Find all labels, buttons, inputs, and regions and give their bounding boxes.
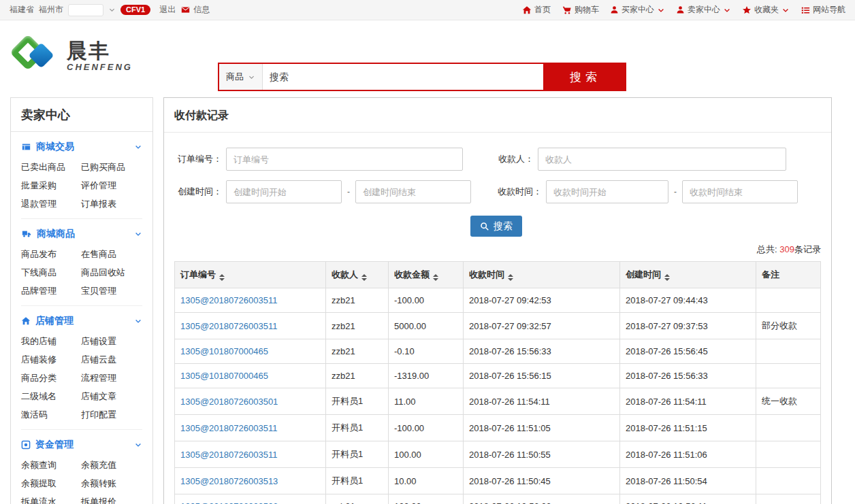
envelope-icon[interactable] [180,5,191,14]
sidebar-item[interactable]: 店铺设置 [81,335,142,348]
sidebar-item[interactable]: 我的店铺 [21,335,81,348]
sidebar-item[interactable]: 流程管理 [81,372,142,384]
order-link[interactable]: 1305@20180726003513 [180,476,278,486]
column-header-create-time[interactable]: 创建时间 [620,262,756,288]
sidebar-item[interactable]: 已购买商品 [81,161,142,173]
cell-remark [756,441,821,468]
topbar-link-buyer-center[interactable]: 买家中心 [610,4,665,16]
sidebar-section-mall-trade[interactable]: 商城交易 [21,141,142,153]
sidebar-item[interactable]: 拆单流水 [21,496,81,504]
sidebar-section-fund-manage[interactable]: 资金管理 [21,439,142,451]
sidebar-section-mall-goods[interactable]: 商城商品 [21,228,142,240]
sidebar-item[interactable]: 店铺文章 [81,390,142,403]
sidebar-item[interactable]: 激活码 [21,409,81,421]
sidebar-item[interactable]: 品牌管理 [21,285,81,297]
logo-text: 晨丰 CHENFENG [67,39,133,72]
order-link[interactable]: 1305@20180726003501 [180,397,278,407]
logo-mark-icon [10,30,61,82]
sidebar-item[interactable]: 商品分类 [21,372,81,384]
sidebar-item[interactable]: 退款管理 [21,198,81,210]
chevron-down-icon [134,230,142,238]
cell-payee: zzb21 [326,339,389,364]
receive-time-start-input[interactable] [546,180,668,203]
sidebar-item[interactable]: 批量采购 [21,180,81,192]
chevron-down-icon [781,6,790,14]
sidebar-item[interactable]: 订单报表 [81,198,142,210]
order-link[interactable]: 1305@20180726003511 [180,423,277,433]
sidebar-item[interactable]: 二级域名 [21,390,81,403]
cell-order-no: 1305@20180726003511 [175,313,326,339]
create-time-start-input[interactable] [226,180,342,203]
cell-amount: 10.00 [389,468,464,494]
sort-icon[interactable] [508,274,513,281]
create-time-label: 创建时间： [174,186,222,198]
sidebar-item[interactable]: 打印配置 [81,409,142,421]
message-link[interactable]: 信息 [193,4,210,16]
sidebar-item[interactable]: 评价管理 [81,180,142,192]
sidebar-section-shop-manage[interactable]: 店铺管理 [21,315,142,327]
cell-amount: 100.00 [389,441,464,468]
sidebar-item[interactable]: 宝贝管理 [81,285,142,297]
topbar-nav: 首页购物车买家中心卖家中心收藏夹网站导航 [522,4,845,16]
order-link[interactable]: 1305@20180726003511 [180,321,277,331]
cell-order-no: 1305@20180726003513 [175,468,326,494]
topbar-link-favorites[interactable]: 收藏夹 [742,4,790,16]
column-header-payee[interactable]: 收款人 [326,262,389,288]
sort-icon[interactable] [664,274,670,281]
create-time-end-input[interactable] [355,180,471,203]
user-badge[interactable]: CFV1 [120,5,150,15]
sidebar-item[interactable]: 在售商品 [81,248,142,261]
sort-icon[interactable] [219,274,225,281]
topbar-link-site-nav[interactable]: 网站导航 [801,4,845,16]
sidebar-item[interactable]: 已卖出商品 [21,161,81,173]
topbar-link-seller-center[interactable]: 卖家中心 [676,4,731,16]
column-header-amount[interactable]: 收款金额 [389,262,464,288]
sort-icon[interactable] [361,274,367,281]
order-no-input[interactable] [226,148,463,171]
column-header-order-no[interactable]: 订单编号 [175,262,326,288]
order-link[interactable]: 1305@101807000465 [180,371,268,381]
sidebar-item[interactable]: 余额提取 [21,477,81,490]
chevron-down-icon[interactable] [108,6,116,14]
records-table-head-row: 订单编号收款人收款金额收款时间创建时间备注 [175,262,821,288]
receive-time-end-input[interactable] [682,180,798,203]
logo-en: CHENFENG [67,62,133,72]
cell-payee: zzb21 [326,313,389,339]
user-select[interactable] [68,4,103,16]
search-input[interactable] [263,64,543,90]
city-link[interactable]: 福州市 [39,4,63,16]
chevron-down-icon [248,73,255,81]
search-category-select[interactable]: 商品 [219,64,263,90]
payee-input[interactable] [538,148,786,171]
topbar-link-label: 买家中心 [622,4,654,16]
total-prefix: 总共: [757,244,779,254]
header-search-button[interactable]: 搜索 [545,63,626,91]
sidebar-item[interactable]: 余额转账 [81,477,142,490]
order-link[interactable]: 1305@20180726003511 [180,450,277,460]
cell-create-time: 2018-07-26 11:51:06 [620,441,756,468]
topbar-link-home[interactable]: 首页 [522,4,551,16]
sidebar-item[interactable]: 店铺装修 [21,354,81,366]
sidebar-item[interactable]: 商品回收站 [81,267,142,279]
sidebar-sections: 商城交易已卖出商品已购买商品批量采购评价管理退款管理订单报表商城商品商品发布在售… [11,132,152,504]
table-row: 1305@101807000465zzb21-1319.002018-07-26… [175,364,821,388]
region-link[interactable]: 福建省 [10,4,34,16]
logo[interactable]: 晨丰 CHENFENG [10,30,133,82]
order-link[interactable]: 1305@20180726003506 [180,501,278,504]
filter-search-button[interactable]: 搜索 [470,216,522,237]
column-header-receive-time[interactable]: 收款时间 [464,262,620,288]
chevron-down-icon [134,317,142,325]
sidebar-item[interactable]: 店铺云盘 [81,354,142,366]
logout-link[interactable]: 退出 [159,4,176,16]
sort-icon[interactable] [433,274,438,281]
cell-receive-time: 2018-07-26 11:50:45 [464,468,620,494]
order-link[interactable]: 1305@101807000465 [180,346,268,356]
sidebar-item[interactable]: 拆单报价 [81,496,142,504]
sidebar-item[interactable]: 余额查询 [21,459,81,471]
table-row: 1305@101807000465zzb21-0.102018-07-26 15… [175,339,821,364]
topbar-link-cart[interactable]: 购物车 [562,4,599,16]
sidebar-item[interactable]: 下线商品 [21,267,81,279]
sidebar-item[interactable]: 余额充值 [81,459,142,471]
order-link[interactable]: 1305@20180726003511 [180,295,277,305]
sidebar-item[interactable]: 商品发布 [21,248,81,261]
